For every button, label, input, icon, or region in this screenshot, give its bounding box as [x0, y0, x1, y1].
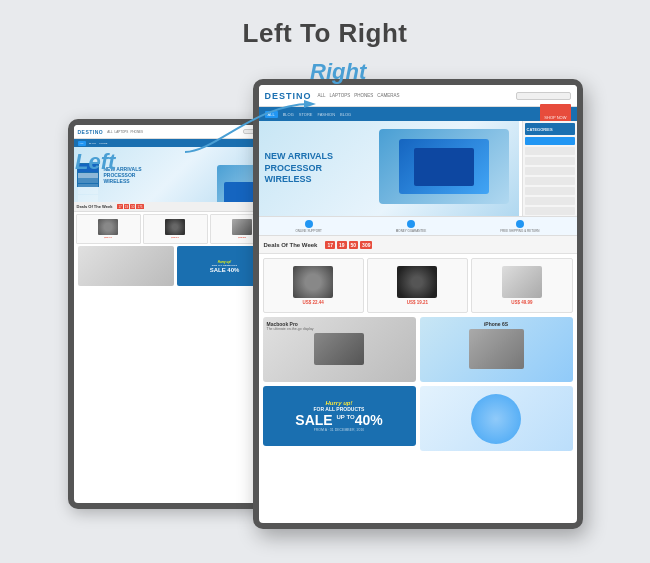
info-item-guarantee: MONEY GUARANTEE — [396, 220, 426, 233]
iphone-img — [469, 329, 524, 369]
macbook-desc: The ultimate on-the-go display — [267, 327, 412, 331]
timer-mins: 19 — [124, 204, 129, 209]
r-product-img-camera — [397, 266, 437, 298]
tablet-left: DESTINO ALL LAPTOPS PHONES ALL BLOG STOR… — [68, 119, 283, 509]
right-info-bar: ONLINE SUPPORT MONEY GUARANTEE FREE SHIP… — [259, 216, 577, 236]
label-left: Left — [75, 149, 115, 175]
info-item-support: ONLINE SUPPORT — [295, 220, 321, 233]
page-title: Left To Right — [243, 18, 408, 49]
guarantee-text: MONEY GUARANTEE — [396, 229, 426, 233]
right-mini-timer: 17 19 50 309 — [325, 241, 372, 249]
mini-logo-left: DESTINO — [78, 129, 104, 135]
cats-title-right: CATEGORIES — [527, 127, 553, 132]
label-right: Right — [310, 59, 366, 85]
cat-item — [525, 207, 575, 215]
iphone-text: iPhone 6S — [484, 321, 508, 327]
mini-timer-left: 17 19 50 175 — [117, 204, 143, 209]
right-hero-device — [379, 129, 509, 204]
iphone-banner-right: iPhone 6S — [420, 317, 573, 382]
product-card: $19.21 — [143, 214, 208, 244]
macbook-img — [314, 333, 364, 365]
right-mini-search — [516, 92, 571, 100]
mini-products-left: $22.44 $19.21 $49.99 — [74, 212, 277, 246]
shop-now-label: SHOP NOW — [544, 115, 566, 120]
support-text: ONLINE SUPPORT — [295, 229, 321, 233]
r-product-price: US$ 22.44 — [303, 300, 324, 305]
product-card: $22.44 — [76, 214, 141, 244]
r-timer-m: 19 — [337, 241, 347, 249]
mini-site-left: DESTINO ALL LAPTOPS PHONES ALL BLOG STOR… — [74, 125, 277, 503]
sidebar-cat-item — [78, 178, 98, 183]
timer-hours: 17 — [117, 204, 122, 209]
cat-item — [525, 167, 575, 175]
timer-secs: 50 — [130, 204, 135, 209]
sidebar-cat-item — [78, 195, 98, 200]
right-mini-products: US$ 22.44 US$ 19.21 US$ 49.99 — [259, 254, 577, 317]
timer-ms: 175 — [136, 204, 143, 209]
r-product-img-generic — [502, 266, 542, 298]
laptop-screen — [414, 148, 474, 186]
arrow-decoration — [125, 84, 345, 164]
cat-item — [525, 177, 575, 185]
sale-big-small: SALE 40% — [210, 267, 240, 273]
nav-item-r: CAMERAS — [377, 93, 399, 98]
product-img-camera — [165, 219, 185, 235]
nav-tab: BLOG — [89, 142, 96, 145]
sale-text-left: Hurry up! FOR ALL PRODUCTS SALE 40% — [210, 260, 240, 273]
mini-bottom-left: Hurry up! FOR ALL PRODUCTS SALE 40% — [74, 246, 277, 290]
shipping-icon — [516, 220, 524, 228]
promo-text: FROM A · 31 DECEMBER, 2016 — [295, 428, 382, 432]
device-inner — [399, 139, 489, 194]
info-item-shipping: FREE SHIPPING & RETURN — [500, 220, 539, 233]
right-bottom-row: Macbook Pro The ultimate on-the-go displ… — [259, 317, 577, 455]
r-product-price: US$ 49.99 — [511, 300, 532, 305]
macbook-banner — [78, 246, 174, 286]
nav-item: ALL — [107, 130, 112, 134]
nav-tab-active: ALL — [78, 141, 86, 146]
r-product-price: US$ 19.21 — [407, 300, 428, 305]
furniture-banner — [420, 386, 573, 451]
right-mini-deals: Deals Of The Week 17 19 50 309 — [259, 236, 577, 254]
cat-item — [525, 147, 575, 155]
right-product-card: US$ 19.21 — [367, 258, 468, 313]
r-timer-ms: 309 — [360, 241, 372, 249]
right-product-card: US$ 49.99 — [471, 258, 572, 313]
mini-hero-text-left: NEW ARRIVALSPROCESSORWIRELESS — [104, 166, 271, 184]
support-icon — [305, 220, 313, 228]
nav-item-r: PHONES — [354, 93, 373, 98]
r-product-img-headphones — [293, 266, 333, 298]
sale-inner: Hurry up! FOR ALL PRODUCTS SALE UP TO40%… — [295, 400, 382, 432]
mini-deals-bar-left: Deals Of The Week 17 19 50 175 — [74, 202, 277, 212]
right-cats-bar: CATEGORIES — [522, 121, 577, 216]
guarantee-icon — [407, 220, 415, 228]
product-img-generic — [232, 219, 252, 235]
macbook-banner-right: Macbook Pro The ultimate on-the-go displ… — [263, 317, 416, 382]
product-price: $19.21 — [171, 236, 179, 239]
cat-item — [525, 157, 575, 165]
sale-percentage: SALE UP TO40% — [295, 412, 382, 428]
furniture-img — [471, 394, 521, 444]
right-product-card: US$ 22.44 — [263, 258, 364, 313]
sidebar-cat-item — [78, 189, 98, 194]
nav-tab: STORE — [99, 142, 108, 145]
product-price: $22.44 — [104, 236, 112, 239]
sidebar-cat-item — [78, 184, 98, 189]
shipping-text: FREE SHIPPING & RETURN — [500, 229, 539, 233]
product-price: $49.99 — [238, 236, 246, 239]
cats-header: CATEGORIES — [525, 123, 575, 135]
cat-item — [525, 187, 575, 195]
deals-title-left: Deals Of The Week — [77, 204, 113, 209]
right-deals-title: Deals Of The Week — [264, 242, 318, 248]
cat-item — [525, 137, 575, 145]
hero-title-left: NEW ARRIVALSPROCESSORWIRELESS — [104, 166, 271, 184]
r-timer-s: 50 — [349, 241, 359, 249]
right-sale-banner: Hurry up! FOR ALL PRODUCTS SALE UP TO40%… — [263, 386, 416, 446]
cat-item — [525, 197, 575, 205]
mockups-container: Left Right DESTINO ALL LAPTOPS PHONES AL… — [15, 59, 635, 529]
r-timer-h: 17 — [325, 241, 335, 249]
product-img-headphones — [98, 219, 118, 235]
sidebar-cat-item — [78, 200, 98, 202]
